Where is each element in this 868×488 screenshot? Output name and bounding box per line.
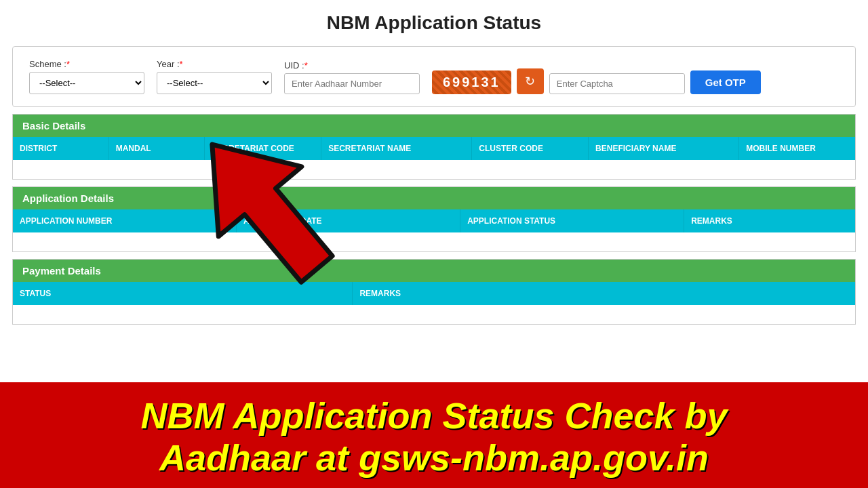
uid-input[interactable] xyxy=(284,73,420,94)
scheme-group: Scheme :* --Select-- xyxy=(29,59,144,94)
scheme-select[interactable]: --Select-- xyxy=(29,72,144,94)
banner-line2: Aadhaar at gsws-nbm.ap.gov.in xyxy=(0,436,868,479)
basic-details-table-header: DISTRICT MANDAL SECRETARIAT CODE SECRETA… xyxy=(13,137,855,160)
captcha-image: 699131 xyxy=(432,70,511,94)
payment-details-section: Payment Details STATUS REMARKS xyxy=(12,259,856,325)
col-beneficiary-name: BENEFICIARY NAME xyxy=(589,137,739,160)
application-details-table-body xyxy=(13,232,855,251)
col-application-status: APPLICATION STATUS xyxy=(460,209,684,232)
payment-details-header: Payment Details xyxy=(13,260,855,282)
basic-details-header: Basic Details xyxy=(13,115,855,137)
application-details-table-header: APPLICATION NUMBER APPLICATION DATE APPL… xyxy=(13,209,855,232)
col-application-date: APPLICATION DATE xyxy=(237,209,460,232)
col-cluster-code: CLUSTER CODE xyxy=(472,137,589,160)
col-district: DISTRICT xyxy=(13,137,109,160)
application-details-header: Application Details xyxy=(13,187,855,209)
get-otp-button[interactable]: Get OTP xyxy=(690,70,761,94)
scheme-label: Scheme :* xyxy=(29,59,144,69)
col-application-number: APPLICATION NUMBER xyxy=(13,209,237,232)
captcha-input[interactable] xyxy=(549,73,685,94)
banner-line1: NBM Application Status Check by xyxy=(0,394,868,436)
basic-details-table-body xyxy=(13,160,855,179)
col-app-remarks: REMARKS xyxy=(684,209,855,232)
basic-details-section: Basic Details DISTRICT MANDAL SECRETARIA… xyxy=(12,114,856,180)
year-select[interactable]: --Select-- xyxy=(157,72,272,94)
form-area: Scheme :* --Select-- Year :* --Select-- … xyxy=(12,46,856,107)
captcha-row: 699131 ↻ Get OTP xyxy=(432,68,761,94)
refresh-captcha-button[interactable]: ↻ xyxy=(517,68,544,94)
col-secretariat-code: SECRETARIAT CODE xyxy=(205,137,321,160)
uid-group: UID :* xyxy=(284,60,420,94)
year-label: Year :* xyxy=(157,59,272,69)
col-secretariat-name: SECRETARIAT NAME xyxy=(321,137,472,160)
col-mandal: MANDAL xyxy=(109,137,205,160)
col-mobile-number: MOBILE NUMBER xyxy=(739,137,855,160)
col-payment-status: STATUS xyxy=(13,282,353,305)
payment-details-table-header: STATUS REMARKS xyxy=(13,282,855,305)
payment-details-table-body xyxy=(13,305,855,324)
year-group: Year :* --Select-- xyxy=(157,59,272,94)
uid-label: UID :* xyxy=(284,60,420,70)
page-title: NBM Application Status xyxy=(0,0,868,46)
captcha-input-group xyxy=(549,73,685,94)
bottom-banner: NBM Application Status Check by Aadhaar … xyxy=(0,382,868,488)
col-payment-remarks: REMARKS xyxy=(353,282,855,305)
application-details-section: Application Details APPLICATION NUMBER A… xyxy=(12,186,856,252)
